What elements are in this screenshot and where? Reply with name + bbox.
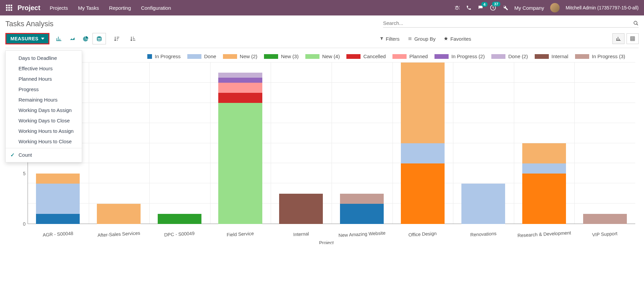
- bar-segment[interactable]: [401, 163, 445, 224]
- bar-segment[interactable]: [218, 83, 262, 93]
- groupby-button[interactable]: Group By: [408, 36, 435, 42]
- avatar[interactable]: [550, 3, 560, 12]
- bar[interactable]: [279, 194, 323, 224]
- bar-segment[interactable]: [461, 184, 505, 224]
- company-name[interactable]: My Company: [515, 5, 544, 11]
- stacked-button[interactable]: [92, 33, 106, 44]
- bar[interactable]: [158, 214, 201, 224]
- plot: Count 05 AGR - S00048After-Sales Service…: [17, 63, 635, 244]
- svg-rect-4: [8, 7, 10, 9]
- legend-item[interactable]: New (4): [305, 53, 340, 59]
- bar-segment[interactable]: [522, 163, 566, 174]
- bar-segment[interactable]: [97, 204, 141, 224]
- nav-link-configuration[interactable]: Configuration: [141, 5, 171, 11]
- bar[interactable]: [218, 73, 262, 224]
- search-input[interactable]: [383, 20, 633, 26]
- bar-segment[interactable]: [218, 93, 262, 103]
- bar[interactable]: [461, 184, 505, 224]
- measures-button[interactable]: MEASURES: [5, 33, 49, 44]
- legend-swatch: [305, 54, 319, 59]
- phone-icon[interactable]: [466, 5, 471, 10]
- messages-icon[interactable]: 4: [478, 5, 484, 11]
- bar-segment[interactable]: [522, 174, 566, 224]
- svg-rect-0: [6, 5, 8, 6]
- bug-icon[interactable]: [454, 5, 460, 11]
- favorites-button[interactable]: Favorites: [444, 36, 471, 42]
- favorites-label: Favorites: [450, 36, 471, 42]
- dd-remaining-hours[interactable]: Remaining Hours: [6, 94, 82, 105]
- apps-icon[interactable]: [5, 4, 13, 11]
- legend-label: New (2): [240, 53, 258, 59]
- user-name[interactable]: Mitchell Admin (17357797-15-0-all): [566, 5, 639, 10]
- dd-count[interactable]: Count: [6, 150, 82, 160]
- bar-segment[interactable]: [218, 73, 262, 78]
- nav-link-projects[interactable]: Projects: [50, 5, 68, 11]
- dd-planned-hours[interactable]: Planned Hours: [6, 74, 82, 84]
- legend-item[interactable]: Done (2): [491, 53, 528, 59]
- legend-item[interactable]: In Progress (2): [434, 53, 485, 59]
- bar-segment[interactable]: [158, 214, 201, 224]
- x-tick-label: Internal: [271, 230, 332, 238]
- legend-item[interactable]: Done: [187, 53, 216, 59]
- dd-days-to-deadline[interactable]: Days to Deadline: [6, 53, 82, 63]
- legend-swatch: [434, 54, 449, 59]
- bar[interactable]: [522, 143, 566, 224]
- bar-segment[interactable]: [279, 194, 323, 224]
- x-axis-label: Project: [17, 240, 635, 244]
- legend-swatch: [223, 54, 237, 59]
- groupby-label: Group By: [414, 36, 435, 42]
- caret-down-icon: [41, 38, 44, 40]
- bar-segment[interactable]: [36, 174, 80, 184]
- dd-working-days-assign[interactable]: Working Days to Assign: [6, 105, 82, 115]
- bar-segment[interactable]: [218, 78, 262, 83]
- legend-item[interactable]: New (2): [223, 53, 258, 59]
- tools-icon[interactable]: [502, 5, 508, 11]
- control-panel: Tasks Analysis MEASURES: [0, 15, 644, 48]
- bar-slot: [514, 63, 575, 224]
- legend-item[interactable]: In Progress (3): [575, 53, 625, 59]
- pie-chart-button[interactable]: [79, 33, 92, 44]
- filters-group: Filters Group By Favorites: [380, 36, 471, 42]
- filters-button[interactable]: Filters: [380, 36, 400, 42]
- dd-working-hours-close[interactable]: Working Hours to Close: [6, 136, 82, 147]
- sort-asc-button[interactable]: [126, 33, 140, 44]
- legend-item[interactable]: Planned: [392, 53, 428, 59]
- app-brand[interactable]: Project: [17, 4, 40, 12]
- chart-type-group: [52, 33, 106, 44]
- sort-desc-button[interactable]: [110, 33, 123, 44]
- dd-working-days-close[interactable]: Working Days to Close: [6, 115, 82, 126]
- activity-icon[interactable]: 37: [490, 4, 496, 11]
- bar[interactable]: [583, 214, 627, 224]
- bar-segment[interactable]: [36, 214, 80, 224]
- bar-segment[interactable]: [401, 63, 445, 143]
- bar[interactable]: [36, 174, 80, 224]
- y-tick: 0: [23, 221, 26, 227]
- bar-segment[interactable]: [340, 194, 384, 204]
- bar-segment[interactable]: [522, 143, 566, 163]
- bar-chart-button[interactable]: [52, 33, 66, 44]
- nav-links: Projects My Tasks Reporting Configuratio…: [50, 5, 171, 11]
- dd-effective-hours[interactable]: Effective Hours: [6, 63, 82, 74]
- bar[interactable]: [340, 194, 384, 224]
- legend-item[interactable]: Cancelled: [346, 53, 386, 59]
- legend-item[interactable]: In Progress: [147, 53, 181, 59]
- bar[interactable]: [97, 204, 141, 224]
- legend-item[interactable]: Internal: [535, 53, 568, 59]
- pivot-view-button[interactable]: [627, 33, 639, 44]
- bar-segment[interactable]: [36, 184, 80, 214]
- bar-segment[interactable]: [340, 204, 384, 224]
- bar-segment[interactable]: [401, 143, 445, 163]
- nav-link-reporting[interactable]: Reporting: [109, 5, 131, 11]
- bar-segment[interactable]: [583, 214, 627, 224]
- graph-view-button[interactable]: [612, 33, 624, 44]
- order-group: [110, 33, 140, 44]
- dd-progress[interactable]: Progress: [6, 84, 82, 94]
- line-chart-button[interactable]: [66, 33, 79, 44]
- legend-item[interactable]: New (3): [264, 53, 299, 59]
- nav-link-mytasks[interactable]: My Tasks: [78, 5, 99, 11]
- bar[interactable]: [401, 63, 445, 224]
- dd-working-hours-assign[interactable]: Working Hours to Assign: [6, 126, 82, 136]
- bar-segment[interactable]: [218, 103, 262, 224]
- search-icon[interactable]: [633, 21, 639, 26]
- legend-label: In Progress (3): [592, 53, 625, 59]
